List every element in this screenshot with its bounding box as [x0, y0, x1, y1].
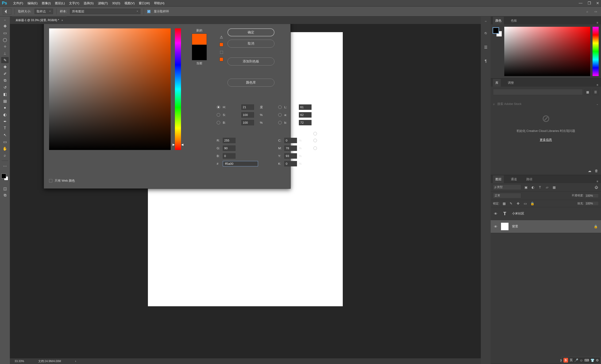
- quick-select-tool[interactable]: ✧: [1, 43, 9, 49]
- cloud-sync-icon[interactable]: ☁: [588, 169, 591, 173]
- filter-smart-icon[interactable]: ▦: [552, 185, 556, 189]
- input-l[interactable]: [299, 104, 311, 110]
- radio-b-hsb[interactable]: [217, 121, 220, 124]
- current-color-swatch[interactable]: [192, 45, 207, 60]
- layer-name[interactable]: 小米社区: [512, 211, 524, 216]
- sample-layers-select[interactable]: 所有图层: [70, 9, 140, 14]
- lock-pixels-icon[interactable]: ▩: [502, 201, 506, 206]
- color-libraries-button[interactable]: 颜色库: [228, 79, 274, 87]
- input-k[interactable]: [284, 161, 297, 166]
- tool-preset-picker[interactable]: [3, 8, 11, 15]
- menu-layer[interactable]: 图层(L): [55, 1, 65, 5]
- web-only-checkbox[interactable]: [49, 179, 52, 182]
- stock-search-input[interactable]: [497, 102, 594, 106]
- history-panel-icon[interactable]: ⎋: [482, 30, 489, 37]
- rectangle-tool[interactable]: ▭: [1, 139, 9, 145]
- lasso-tool[interactable]: ◯: [1, 37, 9, 43]
- menu-view[interactable]: 视图(V): [124, 1, 135, 5]
- libraries-panel-menu-icon[interactable]: ≡: [594, 83, 601, 87]
- color-panel-menu-icon[interactable]: ≡: [594, 21, 601, 24]
- ime-emoji-icon[interactable]: ☺: [580, 358, 583, 362]
- layer-name[interactable]: 背景: [512, 224, 518, 229]
- filter-shape-icon[interactable]: ▱: [545, 185, 549, 189]
- tab-paths[interactable]: 路径: [524, 175, 535, 183]
- color-panel-hue-slider[interactable]: [592, 27, 599, 76]
- brush-tool[interactable]: ✐: [1, 71, 9, 77]
- tab-swatches[interactable]: 色板: [509, 17, 519, 24]
- websafe-warning-icon[interactable]: ⬚: [220, 50, 223, 54]
- lock-all-icon[interactable]: 🔒: [530, 201, 535, 206]
- grid-view-icon[interactable]: ▦: [585, 89, 591, 95]
- saturation-brightness-field[interactable]: [49, 28, 171, 150]
- list-view-icon[interactable]: ☰: [592, 89, 599, 95]
- ime-keyboard-icon[interactable]: ⌨: [584, 358, 589, 362]
- radio-s[interactable]: [217, 113, 220, 117]
- websafe-closest-swatch[interactable]: [220, 58, 223, 61]
- radio-b-lab[interactable]: [278, 121, 282, 124]
- move-tool[interactable]: ✥: [1, 23, 9, 29]
- screen-mode-tool[interactable]: ⧉: [1, 192, 9, 198]
- search-icon[interactable]: ⌕: [585, 9, 590, 14]
- lock-artboard-icon[interactable]: ▭: [523, 201, 528, 206]
- layer-filter-select[interactable]: ρ 类型: [493, 185, 521, 190]
- tab-layers[interactable]: 图层: [493, 175, 504, 183]
- healing-brush-tool[interactable]: ✚: [1, 64, 9, 70]
- blend-mode-select[interactable]: 正常: [493, 193, 521, 198]
- fill-input[interactable]: 100%: [585, 201, 599, 206]
- edit-toolbar-button[interactable]: ⋯: [1, 163, 9, 169]
- visibility-toggle-icon[interactable]: 👁: [494, 225, 498, 229]
- input-g[interactable]: [223, 146, 235, 151]
- canvas-viewport[interactable]: 拾色器（前景色） ✕ ▶ ◀ 新的 当前: [10, 24, 481, 358]
- history-brush-tool[interactable]: ↺: [1, 84, 9, 90]
- sample-size-select[interactable]: 取样点: [34, 9, 53, 14]
- dock-collapse-handle[interactable]: ‹‹: [485, 20, 486, 22]
- visibility-toggle-icon[interactable]: 👁: [494, 212, 498, 216]
- radio-g[interactable]: [313, 139, 317, 142]
- gamut-warning-icon[interactable]: ⚠: [220, 35, 223, 39]
- menu-select[interactable]: 选择(S): [84, 1, 94, 5]
- blur-tool[interactable]: ●: [1, 105, 9, 111]
- path-selection-tool[interactable]: ↖: [1, 132, 9, 138]
- layer-row[interactable]: 👁 T 小米社区: [491, 207, 601, 220]
- input-hex[interactable]: [223, 161, 258, 166]
- zoom-level[interactable]: 33.33%: [15, 360, 24, 363]
- toolbox-collapse-handle[interactable]: ››: [4, 19, 6, 21]
- ok-button[interactable]: 确定: [228, 28, 274, 36]
- layer-row[interactable]: 👁 背景 🔒: [491, 220, 601, 233]
- ime-logo-icon[interactable]: S: [563, 358, 568, 363]
- tab-channels[interactable]: 通道: [509, 175, 519, 183]
- zoom-tool[interactable]: ⌕: [1, 152, 9, 158]
- gamut-closest-swatch[interactable]: [220, 43, 223, 47]
- input-a[interactable]: [299, 112, 311, 118]
- status-flyout-icon[interactable]: ›: [75, 360, 76, 363]
- menu-filter[interactable]: 滤镜(T): [98, 1, 108, 5]
- menu-image[interactable]: 图像(I): [42, 1, 51, 5]
- crop-tool[interactable]: ⟂: [1, 50, 9, 56]
- layers-panel-menu-icon[interactable]: ≡: [594, 180, 601, 183]
- radio-a[interactable]: [278, 113, 282, 117]
- hand-tool[interactable]: ✋: [1, 146, 9, 152]
- close-tab-button[interactable]: ×: [61, 19, 63, 22]
- input-b-lab[interactable]: [299, 120, 311, 125]
- color-panel-chips[interactable]: [493, 28, 502, 37]
- filter-image-icon[interactable]: ▣: [523, 185, 528, 189]
- dodge-tool[interactable]: ◐: [1, 111, 9, 118]
- character-panel-icon[interactable]: ¶: [482, 58, 489, 65]
- color-panel-sv-field[interactable]: [504, 27, 590, 76]
- color-chips[interactable]: [2, 174, 8, 180]
- menu-3d[interactable]: 3D(D): [112, 1, 120, 5]
- radio-b-rgb[interactable]: [313, 147, 317, 150]
- show-sampling-ring-checkbox[interactable]: ✓: [147, 10, 150, 13]
- workspace-switcher-icon[interactable]: ▭: [593, 9, 598, 14]
- lock-move-icon[interactable]: ✥: [516, 201, 521, 206]
- menu-edit[interactable]: 编辑(E): [28, 1, 38, 5]
- input-h[interactable]: [241, 104, 254, 110]
- menu-help[interactable]: 帮助(H): [154, 1, 164, 5]
- ime-skin-icon[interactable]: 👕: [591, 358, 594, 362]
- menu-window[interactable]: 窗口(W): [139, 1, 150, 5]
- quick-mask-tool[interactable]: ◫: [1, 185, 9, 191]
- libraries-more-info-link[interactable]: 更多信息: [540, 138, 552, 142]
- input-s[interactable]: [241, 112, 254, 118]
- type-tool[interactable]: T: [1, 125, 9, 131]
- lock-position-icon[interactable]: ✎: [509, 201, 513, 206]
